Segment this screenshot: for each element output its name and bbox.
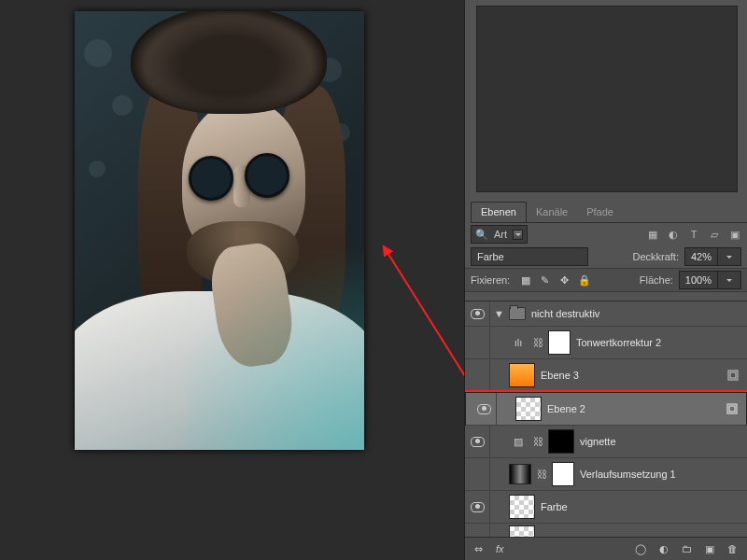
tab-layers[interactable]: Ebenen xyxy=(471,202,527,222)
layer-item[interactable]: ▨ ⛓ vignette xyxy=(465,426,747,458)
canvas-area xyxy=(0,0,458,560)
visibility-toggle[interactable] xyxy=(465,426,490,457)
lock-transparency-icon[interactable]: ▩ xyxy=(519,274,531,287)
layers-bottom-bar: ⇔ fx ◯ ◐ 🗀 ▣ 🗑 xyxy=(465,537,747,560)
panel-tabs: Ebenen Kanäle Pfade xyxy=(471,202,747,223)
opacity-input[interactable]: 42% xyxy=(684,247,741,266)
visibility-toggle[interactable] xyxy=(465,301,490,329)
layer-mask[interactable] xyxy=(552,462,574,486)
layer-item-selected[interactable]: Ebene 2 xyxy=(465,392,747,426)
filter-shape-icon[interactable]: ▱ xyxy=(708,229,721,241)
group-name[interactable]: nicht destruktiv xyxy=(531,308,599,319)
eye-icon xyxy=(477,404,491,414)
tab-channels[interactable]: Kanäle xyxy=(527,203,577,222)
filter-label: Art xyxy=(494,229,507,240)
group-icon[interactable]: 🗀 xyxy=(682,543,692,554)
lock-pixels-icon[interactable]: ✎ xyxy=(539,274,551,287)
folder-icon xyxy=(509,307,526,320)
filter-adjust-icon[interactable]: ◐ xyxy=(667,229,680,241)
layer-item[interactable]: Ebene 3 xyxy=(465,359,747,392)
svg-rect-2 xyxy=(730,372,736,378)
layer-item[interactable]: ⛓ Verlaufsumsetzung 1 xyxy=(465,458,747,491)
visibility-toggle[interactable] xyxy=(465,359,490,391)
right-dock: Ebenen Kanäle Pfade 🔍 Art ▦ ◐ T ▱ ▣ Farb… xyxy=(464,0,747,560)
link-icon: ⛓ xyxy=(533,436,543,447)
layer-name[interactable]: Verlaufsumsetzung 1 xyxy=(580,469,676,480)
filter-pixel-icon[interactable]: ▦ xyxy=(646,229,659,241)
eye-icon xyxy=(471,437,485,447)
layer-name[interactable]: Farbe xyxy=(541,501,568,512)
layer-list: ▼ nicht destruktiv ılı ⛓ Tonwertkorrektu… xyxy=(465,301,747,538)
layer-thumbnail[interactable] xyxy=(509,495,535,519)
visibility-toggle[interactable] xyxy=(465,524,490,538)
eye-icon xyxy=(471,502,485,512)
layer-item[interactable]: ılı ⛓ Tonwertkorrektur 2 xyxy=(465,327,747,359)
fill-label: Fläche: xyxy=(640,274,673,286)
twirl-down-icon[interactable]: ▼ xyxy=(494,308,503,319)
smartfilter-icon: ▨ xyxy=(509,432,528,451)
levels-icon: ılı xyxy=(509,333,528,352)
lock-label: Fixieren: xyxy=(471,274,510,286)
visibility-toggle[interactable] xyxy=(465,458,490,490)
layer-thumbnail[interactable] xyxy=(548,429,574,454)
mask-icon[interactable]: ◯ xyxy=(635,543,646,555)
chevron-down-icon xyxy=(717,248,740,265)
layer-group[interactable]: ▼ nicht destruktiv xyxy=(465,301,747,327)
new-layer-icon[interactable]: ▣ xyxy=(705,543,714,555)
adjustment-icon[interactable]: ◐ xyxy=(659,543,669,555)
link-icon: ⛓ xyxy=(533,337,543,348)
chevron-down-icon xyxy=(513,230,523,240)
layer-name[interactable]: Ebene 3 xyxy=(541,370,579,381)
visibility-toggle[interactable] xyxy=(465,491,490,523)
layer-item[interactable] xyxy=(465,524,747,538)
tab-paths[interactable]: Pfade xyxy=(577,203,623,222)
filter-icons: ▦ ◐ T ▱ ▣ xyxy=(646,229,741,241)
layer-mask[interactable] xyxy=(548,330,571,355)
fill-input[interactable]: 100% xyxy=(679,271,741,289)
layer-name[interactable]: Tonwertkorrektur 2 xyxy=(576,337,661,348)
eye-icon xyxy=(471,309,485,319)
navigator-placeholder xyxy=(476,6,738,192)
smart-object-icon xyxy=(726,369,740,382)
lock-position-icon[interactable]: ✥ xyxy=(558,274,571,287)
search-icon: 🔍 xyxy=(475,229,488,241)
opacity-value: 42% xyxy=(685,251,717,262)
visibility-toggle[interactable] xyxy=(465,327,490,358)
layer-item[interactable]: Farbe xyxy=(465,491,747,524)
filter-type-icon[interactable]: T xyxy=(687,229,700,241)
visibility-toggle[interactable] xyxy=(472,393,497,425)
filter-smart-icon[interactable]: ▣ xyxy=(728,229,741,241)
document-image xyxy=(75,11,364,450)
fill-value: 100% xyxy=(680,274,717,286)
fx-icon[interactable]: fx xyxy=(496,543,504,554)
layer-name[interactable]: Ebene 2 xyxy=(547,403,585,414)
chevron-down-icon xyxy=(717,272,740,288)
layer-filter-type[interactable]: 🔍 Art xyxy=(471,225,528,244)
svg-rect-4 xyxy=(729,406,735,412)
lock-all-icon[interactable]: 🔒 xyxy=(578,274,590,287)
link-icon: ⛓ xyxy=(537,469,546,480)
smart-object-icon xyxy=(726,402,739,415)
link-layers-icon[interactable]: ⇔ xyxy=(474,543,483,555)
layer-thumbnail[interactable] xyxy=(509,363,535,387)
trash-icon[interactable]: 🗑 xyxy=(727,543,738,554)
gradient-map-icon xyxy=(509,464,531,484)
opacity-label: Deckkraft: xyxy=(632,251,679,262)
blend-mode-select[interactable]: Farbe xyxy=(471,247,588,266)
layer-thumbnail[interactable] xyxy=(515,397,542,421)
layer-name[interactable]: vignette xyxy=(580,436,616,447)
